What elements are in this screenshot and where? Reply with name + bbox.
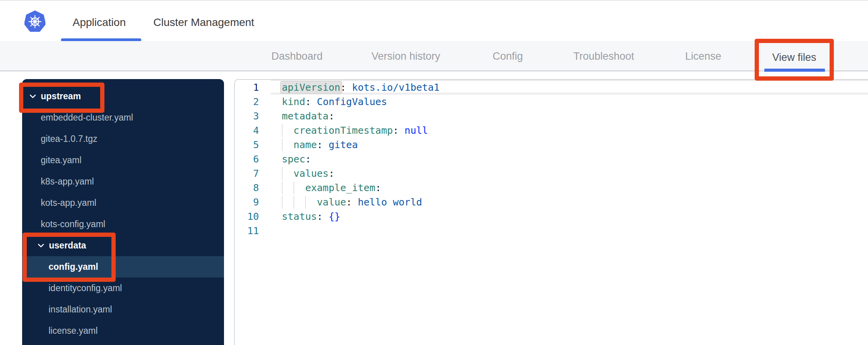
code-line-9: 9 value: hello world (235, 195, 868, 209)
code-line-content: spec: (282, 152, 311, 166)
line-number: 3 (235, 109, 259, 123)
code-line-content: name: gitea (282, 138, 358, 152)
view-files-underline (764, 69, 825, 72)
indent-guide (293, 181, 294, 194)
code-lines: 1apiVersion: kots.io/v1beta12kind: Confi… (235, 80, 868, 238)
tab-cluster-management[interactable]: Cluster Management (153, 16, 254, 29)
tree-row-label: gitea-1.0.7.tgz (41, 134, 97, 144)
indent-guide (282, 124, 283, 137)
indent-guide (282, 167, 283, 180)
line-number: 1 (235, 80, 259, 95)
code-line-10: 10status: {} (235, 209, 868, 224)
code-line-content: value: hello world (282, 195, 422, 209)
line-number: 7 (235, 166, 259, 181)
code-line-2: 2kind: ConfigValues (235, 95, 868, 109)
kots-admin-console: Application Cluster Management Dashboard… (0, 0, 868, 345)
code-line-content: apiVersion: kots.io/v1beta1 (282, 80, 439, 95)
tree-row-label: k8s-app.yaml (41, 176, 94, 187)
tree-file-kots-app-yaml[interactable]: kots-app.yaml (22, 192, 224, 214)
subnav: DashboardVersion historyConfigTroublesho… (0, 41, 868, 71)
line-number: 8 (235, 181, 259, 195)
line-number: 10 (235, 209, 259, 224)
code-line-4: 4 creationTimestamp: null (235, 123, 868, 138)
tree-row-label: gitea.yaml (41, 155, 82, 166)
code-line-8: 8 example_item: (235, 181, 868, 195)
indent-guide (282, 181, 283, 194)
subnav-item-troubleshoot[interactable]: Troubleshoot (573, 50, 634, 62)
line-number: 11 (235, 224, 259, 238)
line-number: 2 (235, 95, 259, 109)
code-line-11: 11 (235, 224, 868, 238)
code-line-content: values: (282, 166, 334, 181)
tree-file-kots-config-yaml[interactable]: kots-config.yaml (22, 214, 224, 235)
indent-guide (293, 196, 294, 209)
subnav-item-version-history[interactable]: Version history (372, 50, 440, 62)
tree-row-label: embedded-cluster.yaml (41, 112, 133, 123)
line-number: 6 (235, 152, 259, 166)
code-line-content: metadata: (282, 109, 334, 123)
line-number: 4 (235, 123, 259, 138)
tree-row-label: kots-config.yaml (41, 219, 105, 229)
code-line-content: status: {} (282, 209, 340, 224)
line-number: 5 (235, 138, 259, 152)
tree-row-label: license.yaml (49, 326, 98, 336)
subnav-item-config[interactable]: Config (493, 50, 523, 62)
subnav-item-license[interactable]: License (685, 50, 721, 62)
code-line-content: creationTimestamp: null (282, 123, 428, 138)
annotation-box-view-files: View files (755, 39, 834, 81)
tree-row-label: installation.yaml (49, 304, 112, 315)
indent-guide (282, 196, 283, 209)
tree-row-label: identityconfig.yaml (49, 283, 122, 293)
indent-guide (282, 138, 283, 151)
code-editor[interactable]: 1apiVersion: kots.io/v1beta12kind: Confi… (234, 79, 868, 345)
line-number: 9 (235, 195, 259, 209)
tree-file-k8s-app-yaml[interactable]: k8s-app.yaml (22, 171, 224, 192)
subnav-item-view-files[interactable]: View files (759, 52, 830, 64)
code-line-7: 7 values: (235, 166, 868, 181)
code-line-6: 6spec: (235, 152, 868, 166)
tree-file-gitea-1-0-7-tgz[interactable]: gitea-1.0.7.tgz (22, 128, 224, 150)
tree-file-license-yaml[interactable]: license.yaml (22, 320, 224, 342)
kubernetes-logo-icon (24, 10, 45, 33)
tab-application[interactable]: Application (73, 16, 126, 29)
indent-guide (305, 196, 306, 209)
code-line-content: example_item: (282, 181, 381, 195)
file-tree-sidebar: upstreamembedded-cluster.yamlgitea-1.0.7… (22, 79, 224, 345)
code-line-1: 1apiVersion: kots.io/v1beta1 (235, 80, 868, 95)
tree-file-gitea-yaml[interactable]: gitea.yaml (22, 150, 224, 171)
code-line-content: kind: ConfigValues (282, 95, 387, 109)
app-header: Application Cluster Management (0, 1, 868, 41)
highlighted-word: apiVersion (281, 81, 342, 93)
tree-row-label: kots-app.yaml (41, 198, 96, 208)
code-line-5: 5 name: gitea (235, 138, 868, 152)
subnav-item-dashboard[interactable]: Dashboard (271, 50, 323, 62)
code-line-3: 3metadata: (235, 109, 868, 123)
tree-file-installation-yaml[interactable]: installation.yaml (22, 299, 224, 320)
annotation-box-userdata-config (23, 233, 116, 282)
annotation-box-upstream (19, 83, 104, 113)
